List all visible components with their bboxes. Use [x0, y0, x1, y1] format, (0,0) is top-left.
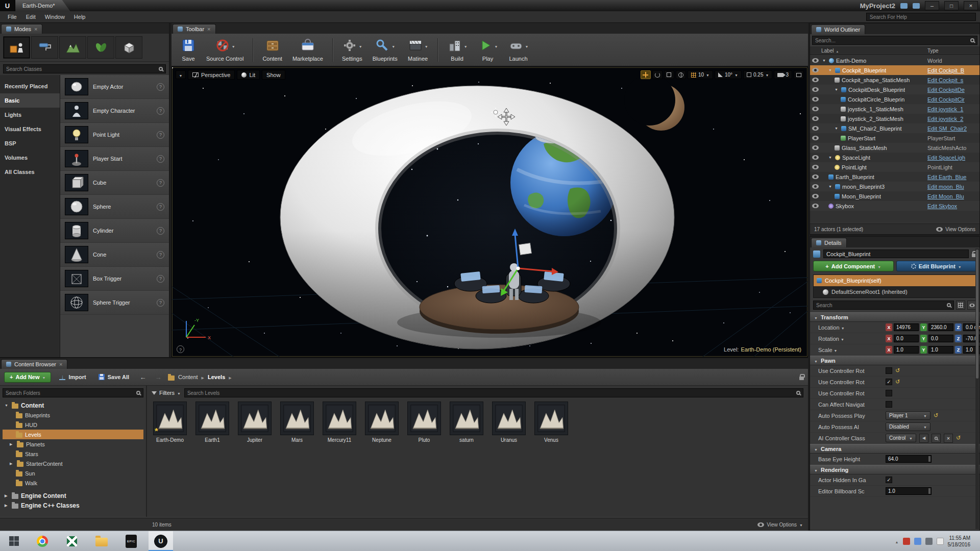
- visibility-eye-icon[interactable]: [812, 136, 819, 140]
- content-browser-tab[interactable]: Content Browser: [1, 359, 67, 369]
- maximize-button[interactable]: [944, 1, 959, 10]
- asset-tile[interactable]: Mars: [279, 402, 315, 443]
- settings-button[interactable]: Settings: [337, 35, 368, 65]
- reset-to-default-icon[interactable]: [895, 367, 900, 374]
- place-item-cube[interactable]: Cube: [60, 171, 169, 195]
- outliner-row[interactable]: PlayerStartPlayerStart: [810, 133, 979, 143]
- place-item-cylinder[interactable]: Cylinder: [60, 219, 169, 243]
- import-button[interactable]: Import: [55, 371, 90, 383]
- breadcrumb-content[interactable]: Content: [178, 374, 198, 380]
- outliner-row[interactable]: PointLightPointLight: [810, 162, 979, 172]
- section-camera[interactable]: Camera: [810, 444, 979, 454]
- expander-icon[interactable]: [835, 88, 839, 91]
- auto-possess-ai-dropdown[interactable]: Disabled: [886, 422, 930, 431]
- category-basic[interactable]: Basic: [0, 93, 60, 108]
- folder-sun[interactable]: Sun: [3, 468, 143, 478]
- help-search-input[interactable]: [866, 13, 976, 21]
- location-x-field[interactable]: 14976: [894, 323, 919, 331]
- lock-icon[interactable]: [799, 377, 804, 380]
- move-tool-button[interactable]: [641, 70, 651, 79]
- scale-y-field[interactable]: 1.0: [928, 346, 953, 354]
- category-recently-placed[interactable]: Recently Placed: [0, 79, 60, 93]
- actor-name-field[interactable]: [823, 249, 969, 258]
- breadcrumb-levels[interactable]: Levels: [208, 374, 225, 380]
- place-item-player-start[interactable]: Player Start: [60, 147, 169, 171]
- reset-to-default-icon[interactable]: [934, 412, 938, 419]
- maximize-viewport-button[interactable]: [794, 70, 804, 79]
- expander-icon[interactable]: [5, 404, 9, 407]
- unreal-editor-button[interactable]: [149, 531, 173, 551]
- details-tab[interactable]: Details: [811, 238, 847, 247]
- visibility-eye-icon[interactable]: [812, 174, 819, 179]
- matinee-button[interactable]: Matinee: [403, 35, 433, 65]
- foliage-mode-button[interactable]: [87, 36, 114, 59]
- system-clock[interactable]: 11:55 AM 5/18/2016: [948, 535, 971, 548]
- category-bsp[interactable]: BSP: [0, 136, 60, 151]
- viewport-3d[interactable]: Perspective Lit Show 10 10° 0.25 3 X -Y …: [172, 67, 808, 357]
- visibility-eye-icon[interactable]: [812, 184, 819, 189]
- folder-walk[interactable]: Walk: [3, 478, 143, 488]
- visibility-eye-icon[interactable]: [812, 126, 819, 131]
- folder-hud[interactable]: HUD: [3, 420, 143, 430]
- tray-icon[interactable]: [925, 538, 933, 545]
- scale-snap-control[interactable]: 0.25: [743, 70, 772, 79]
- camera-speed-control[interactable]: 3: [774, 70, 792, 79]
- section-transform[interactable]: Transform: [810, 312, 979, 322]
- outliner-row[interactable]: Earth_BlueprintEdit Earth_Blue: [810, 172, 979, 182]
- visibility-eye-icon[interactable]: [812, 107, 819, 111]
- place-item-cone[interactable]: Cone: [60, 243, 169, 267]
- outliner-row[interactable]: Earth-DemoWorld: [810, 56, 979, 65]
- world-local-toggle[interactable]: [676, 70, 686, 79]
- checkbox[interactable]: [886, 477, 892, 483]
- place-item-empty-character[interactable]: Empty Character: [60, 99, 169, 123]
- rotation-snap-control[interactable]: 10°: [715, 70, 742, 79]
- folder-stars[interactable]: Stars: [3, 449, 143, 459]
- outliner-row[interactable]: SkyboxEdit Skybox: [810, 201, 979, 211]
- place-item-empty-actor[interactable]: Empty Actor: [60, 75, 169, 99]
- visibility-eye-icon[interactable]: [812, 116, 819, 121]
- forward-button[interactable]: [153, 372, 164, 382]
- component-row[interactable]: DefaultSceneRoot1 (Inherited): [814, 286, 976, 297]
- expander-icon[interactable]: [828, 68, 833, 72]
- clear-icon[interactable]: [944, 434, 953, 443]
- menu-file[interactable]: File: [3, 12, 21, 21]
- feedback-bubble-icon[interactable]: [900, 3, 908, 9]
- grid-snap-control[interactable]: 10: [688, 70, 713, 79]
- blueprints-button[interactable]: Blueprints: [368, 35, 403, 65]
- category-all-classes[interactable]: All Classes: [0, 165, 60, 179]
- search-classes-input[interactable]: [6, 66, 157, 72]
- reset-to-default-icon[interactable]: [956, 435, 961, 441]
- checkbox[interactable]: [886, 401, 892, 408]
- expander-icon[interactable]: [5, 504, 9, 508]
- browse-icon[interactable]: [932, 434, 941, 443]
- billboard-scale-field[interactable]: 1.0: [886, 487, 932, 495]
- world-outliner-tab[interactable]: World Outliner: [811, 24, 865, 34]
- visibility-eye-icon[interactable]: [812, 68, 819, 72]
- checkbox[interactable]: [886, 367, 892, 374]
- expander-icon[interactable]: [10, 462, 14, 466]
- asset-tile[interactable]: Pluto: [406, 402, 442, 443]
- outliner-row[interactable]: joystick_1_StaticMeshEdit joystick_1: [810, 104, 979, 114]
- asset-tile[interactable]: Earth-Demo: [152, 402, 188, 443]
- place-item-sphere-trigger[interactable]: Sphere Trigger: [60, 291, 169, 315]
- visibility-eye-icon[interactable]: [812, 145, 819, 150]
- asset-tile[interactable]: Mercury11: [322, 402, 357, 443]
- asset-tile[interactable]: Earth1: [194, 402, 230, 443]
- close-button[interactable]: [964, 1, 978, 10]
- category-lights[interactable]: Lights: [0, 108, 60, 122]
- expander-icon[interactable]: [5, 494, 9, 498]
- outliner-column-headers[interactable]: Label Type: [810, 46, 979, 55]
- build-button[interactable]: Build: [442, 35, 473, 65]
- save-button[interactable]: Save: [176, 35, 201, 65]
- section-pawn[interactable]: Pawn: [810, 356, 979, 365]
- visibility-eye-icon[interactable]: [812, 97, 819, 102]
- visibility-eye-icon[interactable]: [812, 78, 819, 82]
- ai-controller-class-dropdown[interactable]: Control: [886, 434, 916, 442]
- source-control-button[interactable]: Source Control: [201, 35, 249, 65]
- edit-blueprint-button[interactable]: Edit Blueprint: [896, 261, 977, 271]
- outliner-row[interactable]: CockpitCircle_BlueprinEdit CockpitCir: [810, 94, 979, 104]
- content-button[interactable]: Content: [257, 35, 287, 65]
- tray-icon[interactable]: [903, 538, 910, 545]
- play-button[interactable]: Play: [473, 35, 503, 65]
- content-view-options[interactable]: View Options: [757, 522, 803, 528]
